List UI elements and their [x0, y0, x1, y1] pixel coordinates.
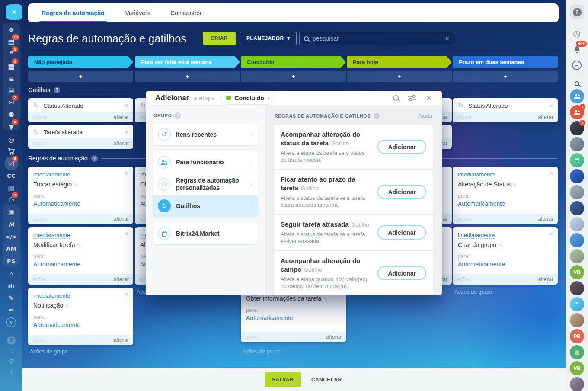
- add-rule-column-2[interactable]: +: [135, 71, 240, 82]
- stage-concluido[interactable]: Concluído: [241, 56, 346, 68]
- contact-card-icon[interactable]: ▥: [0, 182, 22, 193]
- chat-icon[interactable]: ❞2: [0, 48, 22, 60]
- sidebar-item-cc[interactable]: CC: [0, 170, 22, 181]
- automatically-link[interactable]: Automaticamente: [458, 261, 505, 268]
- database-icon[interactable]: ⛃: [0, 207, 22, 218]
- change-link[interactable]: alterar: [114, 337, 129, 343]
- delete-icon[interactable]: ✕: [549, 170, 553, 176]
- stage-selector-pill[interactable]: Concluído ▾: [220, 92, 275, 105]
- change-link[interactable]: alterar: [538, 216, 553, 222]
- trigger-card[interactable]: ↻ Status Alterado ✕ copiaralterar: [453, 98, 558, 122]
- modal-close-icon[interactable]: ✕: [426, 93, 432, 103]
- add-rule-button[interactable]: Adicionar: [377, 140, 426, 154]
- search-input[interactable]: [313, 35, 441, 42]
- add-rule-button[interactable]: Adicionar: [377, 185, 426, 199]
- change-link[interactable]: alterar: [538, 276, 553, 282]
- delete-icon[interactable]: ✕: [124, 170, 129, 176]
- group-actions-link[interactable]: Ações de grupo: [30, 349, 68, 355]
- edit-pencil-icon[interactable]: ✎: [323, 296, 327, 302]
- rules-help-icon[interactable]: ?: [91, 155, 98, 162]
- group-item-custom-rules[interactable]: ⚇ Regras de automação personalizadas ›: [153, 173, 258, 195]
- change-link[interactable]: alterar: [114, 216, 129, 222]
- sign-pen-icon[interactable]: ✒: [0, 304, 22, 316]
- automatically-link[interactable]: Automaticamente: [33, 200, 80, 207]
- document-edit-icon[interactable]: ✎: [0, 292, 22, 304]
- avatar[interactable]: 1: [570, 121, 584, 135]
- edit-pencil-icon[interactable]: ✎: [77, 242, 81, 248]
- tab-automation-rules[interactable]: Regras de automação: [42, 3, 105, 22]
- menu-close-button[interactable]: ✕: [6, 4, 22, 20]
- change-link[interactable]: alterar: [114, 276, 129, 282]
- avatar[interactable]: PB: [570, 329, 584, 343]
- shop-cart-icon[interactable]: [0, 146, 22, 157]
- rule-timing-link[interactable]: imediatamente: [458, 232, 495, 239]
- calendar-icon[interactable]: ▦1: [0, 61, 22, 72]
- change-link[interactable]: alterar: [538, 114, 553, 120]
- add-rule-column-1[interactable]: +: [28, 71, 133, 82]
- mail-icon[interactable]: ✉2: [0, 97, 22, 108]
- automatically-link[interactable]: Automaticamente: [33, 321, 80, 328]
- rule-card[interactable]: ✕ imediatamente Alteração de Status ✎ pa…: [453, 167, 558, 224]
- marketing-target-icon[interactable]: ◎: [0, 134, 22, 145]
- network-icon[interactable]: ❖: [0, 24, 22, 35]
- chevron-down-circle-icon[interactable]: ∨: [0, 317, 22, 328]
- rule-card[interactable]: ✕ imediatamente Trocar estágio ✎ para: A…: [28, 167, 133, 224]
- group-item-market[interactable]: Bitrix24.Market: [153, 223, 258, 244]
- groups-icon[interactable]: ⚉: [0, 109, 22, 120]
- copy-link[interactable]: copiar: [32, 114, 47, 120]
- edit-pencil-icon[interactable]: ✎: [512, 182, 517, 188]
- avatar[interactable]: ▤: [570, 153, 584, 167]
- actions-link[interactable]: ações: [245, 334, 259, 340]
- actions-link[interactable]: ações: [457, 276, 471, 282]
- avatar[interactable]: [570, 201, 584, 215]
- sitemap-icon[interactable]: ∴: [0, 345, 22, 356]
- automatically-link[interactable]: Automaticamente: [246, 314, 293, 321]
- delete-icon[interactable]: ✕: [549, 103, 553, 109]
- change-link[interactable]: alterar: [114, 114, 129, 120]
- avatar[interactable]: [570, 233, 584, 247]
- delete-icon[interactable]: ✕: [124, 129, 129, 135]
- add-rule-button[interactable]: Adicionar: [377, 266, 426, 280]
- edit-pencil-icon[interactable]: ✎: [74, 182, 78, 188]
- stage-para-hoje[interactable]: Para hoje: [347, 56, 452, 68]
- avatar[interactable]: [570, 377, 584, 391]
- tab-constants[interactable]: Constantes: [170, 3, 201, 22]
- delete-icon[interactable]: ✕: [549, 231, 553, 237]
- delete-icon[interactable]: ✕: [124, 231, 129, 237]
- trigger-card[interactable]: ↻ Tarefa alterada ✕ copiaralterar: [28, 125, 133, 149]
- change-link[interactable]: alterar: [114, 141, 129, 147]
- save-button[interactable]: SALVAR: [265, 372, 301, 387]
- clear-search-icon[interactable]: ✕: [445, 36, 449, 42]
- avatar[interactable]: [570, 169, 584, 183]
- avatar[interactable]: VB: [570, 265, 584, 279]
- rule-card[interactable]: ✕ imediatamente Notificação ✎ para: Auto…: [28, 288, 133, 345]
- change-link[interactable]: alterar: [326, 334, 342, 340]
- group-item-triggers[interactable]: ↻ Gatilhos ›: [153, 195, 258, 217]
- avatar[interactable]: ▥: [570, 345, 584, 359]
- tasks-icon[interactable]: ☑8: [0, 158, 22, 169]
- triggers-help-icon[interactable]: ?: [54, 87, 60, 93]
- add-rule-column-4[interactable]: +: [347, 71, 452, 82]
- delete-icon[interactable]: ✕: [124, 292, 129, 297]
- avatar[interactable]: [570, 185, 584, 199]
- avatar[interactable]: [570, 281, 584, 295]
- rules-help-icon[interactable]: ?: [374, 113, 380, 119]
- company-bank-icon[interactable]: ⌂: [0, 268, 22, 279]
- delete-icon[interactable]: ✕: [124, 103, 129, 109]
- stage-nao-planejada[interactable]: Não planejada: [28, 56, 133, 68]
- copy-link[interactable]: copiar: [457, 114, 472, 120]
- automatically-link[interactable]: Automaticamente: [458, 200, 505, 207]
- tab-variables[interactable]: Variáveis: [125, 3, 150, 22]
- automatically-link[interactable]: Automaticamente: [33, 261, 80, 268]
- history-clock-icon[interactable]: ◷: [566, 27, 588, 40]
- add-rule-column-3[interactable]: +: [241, 71, 346, 82]
- cancel-button[interactable]: CANCELAR: [311, 377, 342, 383]
- rule-timing-link[interactable]: imediatamente: [33, 171, 70, 178]
- avatar[interactable]: [570, 137, 584, 151]
- create-button[interactable]: CRIAR: [203, 32, 236, 45]
- actions-link[interactable]: ações: [32, 276, 47, 282]
- avatar[interactable]: 1: [570, 105, 584, 119]
- stage-prazo-duas-semanas[interactable]: Prazo em duas semanas: [453, 56, 558, 68]
- sidebar-item-ps[interactable]: PS: [0, 255, 22, 266]
- edit-pencil-icon[interactable]: ✎: [65, 303, 69, 309]
